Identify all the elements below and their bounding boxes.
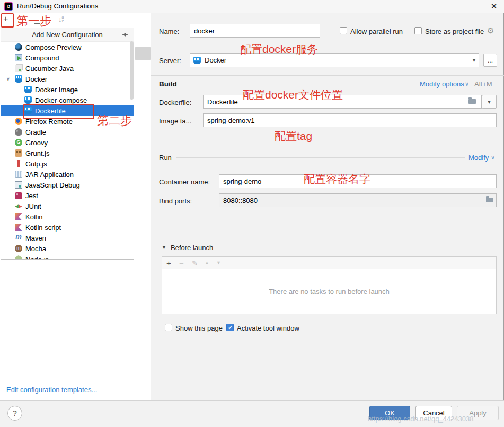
move-task-up-icon[interactable]: ▲ <box>205 260 209 265</box>
activate-tool-checkbox[interactable] <box>226 324 234 331</box>
dockerfile-value: Dockerfile <box>207 98 238 106</box>
server-browse-button[interactable]: ... <box>483 54 497 67</box>
add-task-icon[interactable]: + <box>166 259 171 268</box>
store-project-checkbox[interactable] <box>414 27 422 34</box>
edit-task-icon[interactable]: ✎ <box>192 259 198 267</box>
move-task-down-icon[interactable]: ▼ <box>216 260 221 265</box>
image-tag-value: spring-demo:v1 <box>207 117 255 124</box>
dockerfile-label: Dockerfile: <box>159 99 191 106</box>
tasks-empty-panel: There are no tasks to run before launch <box>162 269 497 314</box>
step1-annotation: 第一步 <box>16 13 51 29</box>
docker-icon <box>193 57 201 64</box>
server-note-annotation: 配置docker服务 <box>240 42 318 57</box>
section-separator <box>151 75 504 76</box>
server-dropdown-arrow-icon[interactable]: ▾ <box>473 57 475 63</box>
remove-task-icon[interactable]: − <box>179 259 184 268</box>
allow-parallel-checkbox[interactable] <box>340 27 347 34</box>
dockerfile-note-annotation: 配置docker文件位置 <box>243 87 343 102</box>
server-select[interactable]: Docker ▾ <box>190 53 479 67</box>
server-label: Server: <box>159 57 181 65</box>
bottom-bar: ? OK Cancel Apply https://blog.csdn.net/… <box>0 400 504 427</box>
show-page-checkbox[interactable] <box>165 324 172 331</box>
bind-ports-browse-folder-icon[interactable] <box>486 198 493 202</box>
bind-ports-value: 8080::8080 <box>223 197 258 204</box>
modify-chevron-icon[interactable]: ∨ <box>491 154 495 161</box>
image-tag-input[interactable]: spring-demo:v1 <box>203 113 497 127</box>
modify-link[interactable]: Modify <box>468 154 489 162</box>
dockerfile-browse-folder-icon[interactable] <box>468 99 476 104</box>
help-button[interactable]: ? <box>7 406 22 421</box>
server-value: Docker <box>205 56 226 64</box>
allow-parallel-label: Allow parallel run <box>350 28 403 35</box>
dockerfile-dropdown-button[interactable]: ▾ <box>482 95 497 109</box>
alt-m-shortcut: Alt+M <box>474 80 492 88</box>
step1-highlight-box <box>1 13 14 28</box>
gear-icon[interactable]: ⚙ <box>487 26 494 35</box>
show-page-label: Show this page <box>175 324 223 332</box>
store-project-label: Store as project file <box>425 28 484 35</box>
run-divider-line <box>176 157 465 158</box>
name-value: docker <box>194 27 215 35</box>
name-input[interactable]: docker <box>190 24 320 38</box>
tasks-toolbar: + − ✎ ▲ ▼ <box>162 256 497 270</box>
build-section-title: Build <box>159 80 177 88</box>
before-launch-title: Before launch <box>171 244 213 252</box>
run-section-title: Run <box>159 154 172 162</box>
container-note-annotation: 配置容器名字 <box>304 172 370 186</box>
before-launch-chevron-icon[interactable]: ▼ <box>162 245 166 250</box>
container-name-value: spring-demo <box>223 177 261 185</box>
watermark: https://blog.csdn.net/qq_44243038 <box>368 415 474 423</box>
no-tasks-message: There are no tasks to run before launch <box>269 288 390 296</box>
bind-ports-input[interactable]: 8080::8080 <box>219 193 497 207</box>
container-name-label: Container name: <box>159 178 210 186</box>
activate-tool-label: Activate tool window <box>237 324 299 332</box>
step2-highlight-box <box>23 104 94 119</box>
tag-note-annotation: 配置tag <box>275 129 312 144</box>
run-debug-configurations-dialog: IJ Run/Debug Configurations ✕ + − ↓az Ad… <box>0 0 504 427</box>
step2-annotation: 第二步 <box>97 113 132 129</box>
image-tag-label: Image ta... <box>159 117 191 125</box>
modify-options-chevron-icon[interactable]: ∨ <box>465 81 469 87</box>
modify-options-link[interactable]: Modify options <box>420 80 464 88</box>
bind-ports-label: Bind ports: <box>159 197 192 205</box>
before-launch-divider <box>218 248 497 248</box>
settings-editor: Name: docker Allow parallel run Store as… <box>0 0 504 427</box>
name-label: Name: <box>159 28 179 35</box>
